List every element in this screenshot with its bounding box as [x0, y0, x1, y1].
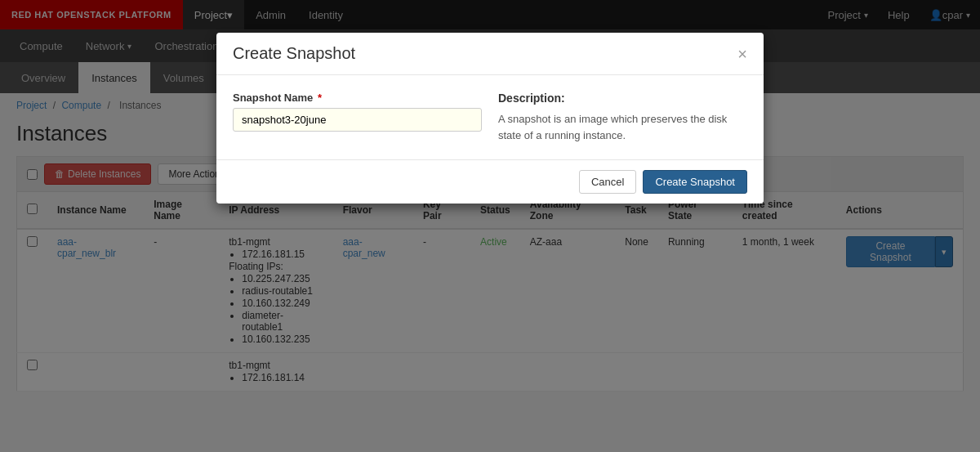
modal-title: Create Snapshot [233, 44, 355, 63]
modal-footer: Cancel Create Snapshot [216, 159, 764, 204]
modal-header: Create Snapshot × [216, 33, 764, 75]
modal-body: Snapshot Name * Description: A snapshot … [216, 75, 764, 159]
modal-form: Snapshot Name * [233, 92, 482, 143]
modal-description: Description: A snapshot is an image whic… [498, 92, 747, 143]
snapshot-name-input[interactable] [233, 108, 482, 132]
snapshot-name-group: Snapshot Name * [233, 92, 482, 132]
description-text: A snapshot is an image which preserves t… [498, 111, 747, 143]
create-snapshot-modal: Create Snapshot × Snapshot Name * Descri… [216, 33, 764, 204]
modal-overlay: Create Snapshot × Snapshot Name * Descri… [0, 0, 980, 392]
modal-close-button[interactable]: × [737, 46, 747, 62]
required-indicator: * [318, 92, 322, 104]
snapshot-name-label: Snapshot Name * [233, 92, 482, 104]
cancel-button[interactable]: Cancel [579, 170, 636, 194]
create-snapshot-submit-button[interactable]: Create Snapshot [643, 170, 747, 194]
description-heading: Description: [498, 92, 747, 105]
